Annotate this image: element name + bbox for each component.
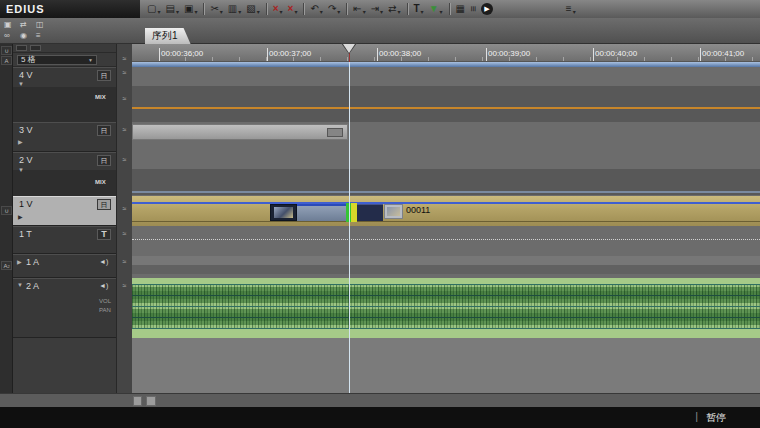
copy-button[interactable]: ▥▾ bbox=[226, 1, 243, 17]
header-toggle-icon[interactable] bbox=[16, 45, 27, 51]
new-sequence-button[interactable]: ▢▾ bbox=[145, 1, 162, 17]
menu-button[interactable]: ≡▾ bbox=[564, 1, 578, 17]
export-button[interactable]: ▼▾ bbox=[427, 1, 445, 17]
undo-button[interactable]: ↶▾ bbox=[308, 1, 324, 17]
clip-body[interactable] bbox=[297, 204, 346, 221]
keyframe-line[interactable] bbox=[132, 191, 760, 193]
dropdown-caret-icon[interactable]: ▾ bbox=[157, 8, 160, 15]
dropdown-caret-icon[interactable]: ▾ bbox=[257, 8, 260, 15]
track-header-2a[interactable]: ▼ 2 A ◄) VOL PAN bbox=[13, 278, 116, 338]
patch-icon[interactable]: ≈ bbox=[119, 126, 130, 133]
track-3v-expand-button[interactable]: ▶ bbox=[18, 138, 23, 145]
track-1a-lane[interactable] bbox=[132, 254, 760, 278]
track-2a-lane[interactable] bbox=[132, 278, 760, 338]
track-2a-expand-button[interactable]: ▼ bbox=[17, 282, 23, 288]
track-2v-expand-button[interactable]: ▼ bbox=[18, 167, 24, 173]
scroll-thumb[interactable] bbox=[146, 396, 156, 406]
scroll-left-button[interactable] bbox=[133, 396, 142, 406]
track-2a-speaker-icon[interactable]: ◄) bbox=[99, 282, 108, 289]
patch-icon[interactable]: ≈ bbox=[119, 205, 130, 212]
clip-thumbnail-2[interactable] bbox=[384, 204, 403, 219]
track-2v-type-button[interactable]: 日 bbox=[97, 155, 111, 166]
track-1t-type-button[interactable]: T bbox=[97, 229, 111, 240]
zoom-preset-select[interactable]: 5 格 ▼ bbox=[17, 55, 97, 65]
dropdown-caret-icon[interactable]: ▾ bbox=[421, 8, 424, 15]
dropdown-caret-icon[interactable]: ▾ bbox=[337, 8, 340, 15]
track-4v-lane[interactable] bbox=[132, 67, 760, 122]
clip-thumbnail[interactable] bbox=[270, 204, 297, 221]
trim-in-button[interactable]: ⇤▾ bbox=[351, 1, 367, 17]
track-1v-lane[interactable]: 00011 bbox=[132, 196, 760, 226]
patch-icon[interactable]: ≈ bbox=[119, 258, 130, 265]
track-1a-speaker-icon[interactable]: ◄) bbox=[99, 258, 108, 265]
dropdown-caret-icon[interactable]: ▾ bbox=[573, 8, 576, 15]
delete-button[interactable]: ×▾ bbox=[286, 1, 300, 17]
track-4v-mix-button[interactable]: MIX bbox=[95, 94, 106, 100]
track-3v-lane[interactable] bbox=[132, 122, 760, 152]
paste-button[interactable]: ▧▾ bbox=[244, 1, 261, 17]
dropdown-caret-icon[interactable]: ▾ bbox=[397, 8, 400, 15]
patch-icon[interactable]: ≈ bbox=[119, 156, 130, 163]
audio-mixer-button[interactable]: ≡ bbox=[468, 1, 478, 17]
timecode-ruler[interactable]: 00:00:36;00 00:00:37;00 00:00:38;00 00:0… bbox=[132, 44, 760, 62]
track-header-4v[interactable]: 4 V 日 ▼ MIX bbox=[13, 67, 116, 122]
track-1v-type-button[interactable]: 日 bbox=[97, 199, 111, 210]
track-2a-pan-button[interactable]: PAN bbox=[99, 307, 111, 313]
open-project-button[interactable]: ▤▾ bbox=[163, 1, 180, 17]
capture-icon[interactable]: ◉ bbox=[20, 31, 27, 40]
patch-icon[interactable]: ≈ bbox=[119, 95, 130, 102]
track-3v-type-button[interactable]: 日 bbox=[97, 125, 111, 136]
playhead-line[interactable] bbox=[349, 62, 350, 393]
patch-icon[interactable]: ≈ bbox=[119, 282, 130, 289]
header-marker-icon[interactable] bbox=[30, 45, 41, 51]
track-1a-expand-button[interactable]: ▶ bbox=[17, 258, 22, 265]
trim-out-button[interactable]: ⇥▾ bbox=[369, 1, 385, 17]
track-2v-mix-button[interactable]: MIX bbox=[95, 179, 106, 185]
ripple-delete-button[interactable]: ×▾ bbox=[271, 1, 285, 17]
track-4v-type-button[interactable]: 日 bbox=[97, 70, 111, 81]
monitor-icon[interactable]: ▣ bbox=[4, 20, 12, 29]
track-1v-expand-button[interactable]: ▶ bbox=[18, 213, 23, 220]
dropdown-caret-icon[interactable]: ▾ bbox=[220, 8, 223, 15]
save-project-button[interactable]: ▣▾ bbox=[182, 1, 199, 17]
lock-icon[interactable]: A bbox=[1, 56, 12, 65]
dropdown-caret-icon[interactable]: ▾ bbox=[176, 8, 179, 15]
dropdown-caret-icon[interactable]: ▾ bbox=[238, 8, 241, 15]
horizontal-scrollbar[interactable] bbox=[0, 393, 760, 407]
dropdown-caret-icon[interactable]: ▾ bbox=[280, 8, 283, 15]
audio-group-icon[interactable]: A2 bbox=[1, 261, 12, 270]
tab-sequence-1[interactable]: 序列1 bbox=[145, 28, 191, 44]
track-header-1a[interactable]: ▶ 1 A ◄) bbox=[13, 254, 116, 278]
track-header-2v[interactable]: 2 V 日 ▼ MIX bbox=[13, 152, 116, 196]
clip-3v[interactable] bbox=[132, 124, 348, 140]
chevron-down-icon[interactable]: ▼ bbox=[88, 56, 93, 64]
swap-icon[interactable]: ⇄ bbox=[20, 20, 27, 29]
play-button[interactable]: ▶ bbox=[479, 1, 495, 17]
track-2a-vol-button[interactable]: VOL bbox=[99, 298, 111, 304]
dual-view-icon[interactable]: ◫ bbox=[36, 20, 44, 29]
dropdown-caret-icon[interactable]: ▾ bbox=[380, 8, 383, 15]
timeline-empty-area[interactable] bbox=[132, 338, 760, 393]
track-header-1v-selected[interactable]: 1 V 日 ▶ bbox=[13, 196, 116, 226]
list-icon[interactable]: ≡ bbox=[36, 31, 41, 40]
opacity-rubber-band[interactable] bbox=[132, 107, 760, 109]
loop-icon[interactable]: ∞ bbox=[4, 31, 10, 40]
track-header-1t[interactable]: 1 T T bbox=[13, 226, 116, 254]
cut-button[interactable]: ✂▾ bbox=[208, 1, 224, 17]
track-header-3v[interactable]: 3 V 日 ▶ bbox=[13, 122, 116, 152]
patch-icon[interactable]: ≈ bbox=[119, 55, 130, 62]
insert-overwrite-button[interactable]: ⇄▾ bbox=[386, 1, 402, 17]
title-button[interactable]: T▾ bbox=[412, 1, 426, 17]
track-1t-lane[interactable] bbox=[132, 226, 760, 254]
dropdown-caret-icon[interactable]: ▾ bbox=[320, 8, 323, 15]
dropdown-caret-icon[interactable]: ▾ bbox=[440, 8, 443, 15]
dropdown-caret-icon[interactable]: ▾ bbox=[363, 8, 366, 15]
clip-body-2[interactable] bbox=[357, 204, 383, 221]
redo-button[interactable]: ↷▾ bbox=[326, 1, 342, 17]
patch-icon[interactable]: ≈ bbox=[119, 230, 130, 237]
track-4v-expand-button[interactable]: ▼ bbox=[18, 81, 24, 87]
sync-lock-1v-icon[interactable]: ∪ bbox=[1, 206, 12, 215]
patch-icon[interactable]: ≈ bbox=[119, 69, 130, 76]
track-2v-lane[interactable] bbox=[132, 152, 760, 196]
dropdown-caret-icon[interactable]: ▾ bbox=[294, 8, 297, 15]
